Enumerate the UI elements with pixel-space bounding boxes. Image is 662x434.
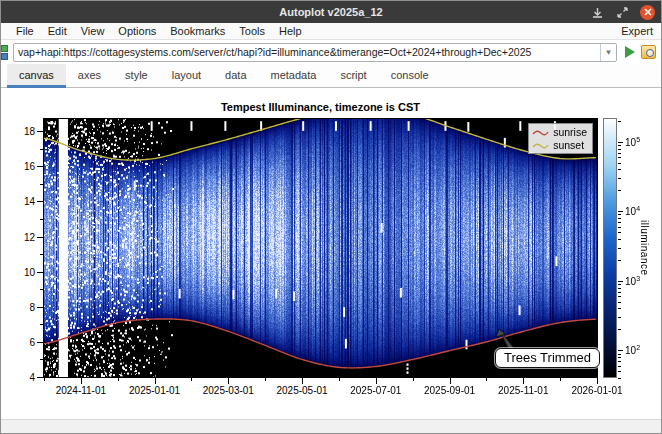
window-title: Autoplot v2025a_12 <box>279 6 382 18</box>
colorbar-minor-tick <box>618 329 621 330</box>
y-tick-label: 12 <box>11 231 35 242</box>
window-controls <box>590 1 655 23</box>
x-major-tick <box>81 378 82 384</box>
y-major-tick <box>37 166 43 167</box>
y-tick-label: 6 <box>11 336 35 347</box>
x-tick-label: 2025-05-01 <box>276 385 327 396</box>
maximize-icon[interactable] <box>615 5 629 19</box>
colorbar-minor-tick <box>618 357 621 358</box>
x-major-tick <box>523 378 524 384</box>
colorbar-minor-tick <box>618 222 621 223</box>
legend-line-sunrise <box>532 128 549 137</box>
colorbar-minor-tick <box>618 145 621 146</box>
plot-frame[interactable]: sunrisesunset Trees Trimmed <box>43 118 598 378</box>
colorbar-tick-label: 105 <box>625 136 640 148</box>
legend: sunrisesunset <box>528 123 593 154</box>
colorbar-minor-tick <box>618 366 621 367</box>
legend-line-sunset <box>532 141 549 150</box>
annotation-trees-trimmed[interactable]: Trees Trimmed <box>495 348 600 368</box>
y-minor-tick <box>40 359 43 360</box>
x-tick-label: 2025-07-01 <box>350 385 401 396</box>
y-tick-label: 18 <box>11 126 35 137</box>
x-tick-label: 2025-09-01 <box>424 385 475 396</box>
menu-item-help[interactable]: Help <box>272 24 309 38</box>
x-minor-tick <box>339 378 340 381</box>
menu-item-file[interactable]: File <box>9 24 41 38</box>
colorbar-minor-tick <box>618 284 621 285</box>
x-tick-label: 2025-11-01 <box>498 385 548 396</box>
address-row: ▾ <box>1 40 661 64</box>
x-major-tick <box>376 378 377 384</box>
colorbar-minor-tick <box>618 302 621 303</box>
x-major-tick <box>155 378 156 384</box>
y-major-tick <box>37 377 43 378</box>
y-tick-label: 16 <box>11 161 35 172</box>
menu-item-view[interactable]: View <box>74 24 112 38</box>
x-minor-tick <box>265 378 266 381</box>
y-major-tick <box>37 201 43 202</box>
colorbar-minor-tick <box>618 296 621 297</box>
go-play-button[interactable] <box>622 43 638 61</box>
datasource-icon <box>1 42 10 62</box>
y-major-tick <box>37 131 43 132</box>
title-bar[interactable]: Autoplot v2025a_12 <box>1 1 661 23</box>
minimize-icon[interactable] <box>590 5 604 19</box>
colorbar-minor-tick <box>618 232 621 233</box>
colorbar-minor-tick <box>618 178 621 179</box>
y-major-tick <box>37 307 43 308</box>
y-tick-label: 10 <box>11 266 35 277</box>
x-tick-label: 2025-01-01 <box>129 385 180 396</box>
colorbar-major-tick <box>618 142 623 143</box>
legend-item-sunset: sunset <box>532 139 587 151</box>
y-minor-tick <box>40 184 43 185</box>
close-icon[interactable] <box>640 5 655 20</box>
y-minor-tick <box>40 254 43 255</box>
tab-data[interactable]: data <box>213 64 258 88</box>
chevron-down-icon[interactable]: ▾ <box>600 44 616 61</box>
menu-bar: FileEditViewOptionsBookmarksToolsHelpExp… <box>1 23 661 40</box>
menu-item-tools[interactable]: Tools <box>232 24 272 38</box>
tab-metadata[interactable]: metadata <box>259 64 329 88</box>
status-bar <box>1 419 661 433</box>
plot-canvas-area[interactable]: Tempest Illuminance, timezone is CST sun… <box>1 88 661 419</box>
inspect-uri-button[interactable] <box>641 45 656 59</box>
colorbar-minor-tick <box>618 157 621 158</box>
y-tick-label: 4 <box>11 372 35 383</box>
tab-bar: canvasaxesstylelayoutdatametadatascriptc… <box>1 64 661 88</box>
tab-layout[interactable]: layout <box>160 64 213 88</box>
x-minor-tick <box>486 378 487 381</box>
colorbar-tick-label: 102 <box>625 344 640 356</box>
y-tick-label: 8 <box>11 301 35 312</box>
colorbar-minor-tick <box>618 190 621 191</box>
autoplot-window: Autoplot v2025a_12 FileEditViewOptionsBo… <box>0 0 662 434</box>
colorbar-major-tick <box>618 281 623 282</box>
address-input[interactable] <box>14 46 600 58</box>
y-tick-label: 14 <box>11 196 35 207</box>
colorbar-minor-tick <box>618 218 621 219</box>
tab-script[interactable]: script <box>328 64 378 88</box>
y-major-tick <box>37 237 43 238</box>
y-major-tick <box>37 272 43 273</box>
colorbar[interactable] <box>603 118 617 378</box>
y-minor-tick <box>40 219 43 220</box>
colorbar-minor-tick <box>618 121 621 122</box>
tab-axes[interactable]: axes <box>66 64 113 88</box>
tab-style[interactable]: style <box>113 64 160 88</box>
colorbar-minor-tick <box>618 169 621 170</box>
y-minor-tick <box>40 149 43 150</box>
colorbar-minor-tick <box>618 153 621 154</box>
expert-mode-label[interactable]: Expert <box>621 25 653 37</box>
menu-item-edit[interactable]: Edit <box>41 24 74 38</box>
colorbar-minor-tick <box>618 214 621 215</box>
menu-item-options[interactable]: Options <box>111 24 163 38</box>
colorbar-major-tick <box>618 350 623 351</box>
y-major-tick <box>37 342 43 343</box>
colorbar-minor-tick <box>618 292 621 293</box>
colorbar-axis-label: illuminance <box>639 118 650 378</box>
tab-canvas[interactable]: canvas <box>7 64 66 88</box>
tab-console[interactable]: console <box>379 64 441 88</box>
menu-item-bookmarks[interactable]: Bookmarks <box>163 24 232 38</box>
x-minor-tick <box>560 378 561 381</box>
colorbar-minor-tick <box>618 149 621 150</box>
x-minor-tick <box>118 378 119 381</box>
